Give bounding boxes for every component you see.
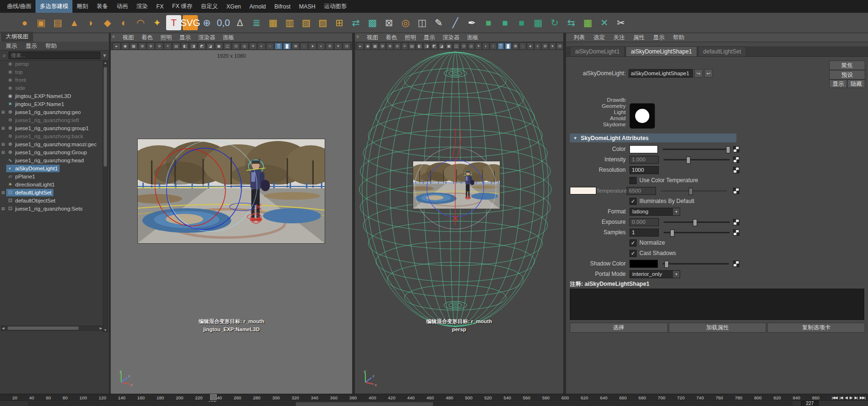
time-tick-label[interactable]: 160 bbox=[137, 395, 145, 400]
time-tick-label[interactable]: 360 bbox=[330, 395, 337, 400]
ae-node-tab[interactable]: aiSkyDomeLightShape1 bbox=[626, 46, 697, 56]
shelf-tool-icon[interactable]: ▨ bbox=[315, 15, 330, 30]
exposure-field[interactable]: 0.000 bbox=[629, 218, 659, 226]
panel-pin-icon[interactable]: ≡ bbox=[112, 34, 115, 39]
shelf-tool-icon[interactable]: ✦ bbox=[150, 15, 165, 30]
viewport-menu-item[interactable]: 照明 bbox=[157, 33, 175, 42]
expand-toggle-icon[interactable]: ⊞ bbox=[0, 126, 6, 131]
menu-item[interactable]: 多边形建模 bbox=[35, 0, 72, 13]
time-tick-label[interactable]: 340 bbox=[311, 395, 319, 400]
time-tick-label[interactable]: 400 bbox=[369, 395, 376, 400]
pin-node-icon[interactable]: ↩ bbox=[704, 69, 713, 78]
time-tick-label[interactable]: 480 bbox=[446, 395, 453, 400]
viewport1-canvas[interactable]: 1920 x 1080 编辑混合变形目标: r_mouth jingtou_EX… bbox=[111, 50, 352, 394]
swap-node-icon[interactable]: ↪ bbox=[694, 69, 703, 78]
menu-item[interactable]: 自定义 bbox=[196, 0, 222, 13]
outliner-title-tab[interactable]: 大纲视图 bbox=[1, 32, 33, 42]
ae-menu-item[interactable]: 关注 bbox=[610, 33, 629, 42]
outliner-row[interactable]: ◉ front bbox=[0, 76, 103, 84]
viewport-toolbar-icon[interactable]: ◐ bbox=[257, 43, 266, 50]
shelf-tool-icon[interactable]: ✎ bbox=[431, 15, 446, 30]
range-slider-thumb[interactable] bbox=[296, 402, 433, 406]
shelf-tool-icon[interactable]: ▲ bbox=[67, 15, 82, 30]
outliner-row[interactable]: ✳ jingtou_EXP:Name1 bbox=[0, 100, 103, 108]
viewport-toolbar-icon[interactable]: ⊡ bbox=[232, 43, 240, 50]
outliner-row[interactable]: ⊕ juese1_rig_quanzhong:left bbox=[0, 116, 103, 124]
viewport-toolbar-icon[interactable]: ⊞ bbox=[138, 43, 146, 50]
shadow-color-slider[interactable] bbox=[663, 263, 729, 265]
viewport-toolbar-icon[interactable]: ▓ bbox=[505, 43, 512, 50]
outliner-row[interactable]: ◐ aiSkyDomeLight1 bbox=[0, 164, 103, 172]
time-tick-label[interactable]: 140 bbox=[118, 395, 125, 400]
viewport-toolbar-icon[interactable]: ⊞ bbox=[379, 43, 386, 50]
menu-item[interactable]: 雕刻 bbox=[72, 0, 92, 13]
intensity-map-button[interactable] bbox=[733, 157, 739, 163]
playback-button[interactable]: ◀ bbox=[844, 396, 848, 400]
resolution-field[interactable]: 1000 bbox=[629, 166, 659, 174]
outliner-row[interactable]: ⊕ juese1_rig_quanzhong:back bbox=[0, 132, 103, 140]
viewport-menu-item[interactable]: 着色 bbox=[382, 33, 400, 42]
scroll-down-icon[interactable]: ▼ bbox=[103, 328, 107, 332]
viewport-toolbar-icon[interactable]: ◪ bbox=[206, 43, 214, 50]
time-tick-label[interactable]: 580 bbox=[542, 395, 549, 400]
viewport-toolbar-icon[interactable]: ▣ bbox=[445, 43, 452, 50]
time-tick-label[interactable]: 700 bbox=[658, 395, 665, 400]
outliner-menu-item[interactable]: 帮助 bbox=[42, 42, 61, 51]
viewport-toolbar-icon[interactable]: ◉ bbox=[364, 43, 372, 50]
shelf-tool-icon[interactable]: SVG bbox=[183, 15, 198, 30]
viewport-toolbar-icon[interactable]: ◗ bbox=[317, 43, 325, 50]
presets-button[interactable]: 预设 bbox=[829, 70, 865, 79]
viewport-toolbar-icon[interactable]: ⊘ bbox=[394, 43, 401, 50]
shelf-tool-icon[interactable]: ▣ bbox=[34, 15, 49, 30]
shelf-tool-icon[interactable]: ╱ bbox=[448, 15, 463, 30]
viewport-menu-item[interactable]: 着色 bbox=[138, 33, 156, 42]
viewport-toolbar-icon[interactable]: ◫ bbox=[453, 43, 460, 50]
shelf-tool-icon[interactable]: ▦ bbox=[266, 15, 281, 30]
focus-button[interactable]: 聚焦 bbox=[829, 61, 865, 70]
viewport-toolbar-icon[interactable]: ◩ bbox=[431, 43, 438, 50]
time-tick-label[interactable]: 720 bbox=[677, 395, 685, 400]
viewport-toolbar-icon[interactable]: ◉ bbox=[121, 43, 129, 50]
time-tick-label[interactable]: 120 bbox=[99, 395, 106, 400]
shadow-color-map-button[interactable] bbox=[733, 261, 739, 267]
time-tick-label[interactable]: 200 bbox=[176, 395, 183, 400]
shelf-tool-icon[interactable]: ⇆ bbox=[564, 15, 579, 30]
shelf-tool-icon[interactable]: ◗ bbox=[83, 15, 98, 30]
viewport-toolbar-icon[interactable]: ▣ bbox=[215, 43, 223, 50]
ae-menu-item[interactable]: 选定 bbox=[590, 33, 609, 42]
shelf-tool-icon[interactable]: ▧ bbox=[299, 15, 314, 30]
menu-item[interactable]: FX 缓存 bbox=[168, 0, 197, 13]
intensity-field[interactable]: 1.000 bbox=[629, 156, 659, 164]
viewport-toolbar-icon[interactable]: ● bbox=[309, 43, 317, 50]
viewport-toolbar-icon[interactable]: ☀ bbox=[249, 43, 257, 50]
section-skydomelight-attributes[interactable]: ▼ SkyDomeLight Attributes bbox=[570, 133, 736, 142]
playback-button[interactable]: |◀ bbox=[839, 396, 843, 400]
expand-toggle-icon[interactable]: ⊞ bbox=[0, 190, 6, 195]
image-plane[interactable] bbox=[137, 139, 325, 244]
viewport-toolbar-icon[interactable]: ⊡ bbox=[461, 43, 468, 50]
time-tick-label[interactable]: 20 bbox=[12, 395, 18, 400]
viewport-toolbar-icon[interactable]: ⊟ bbox=[556, 43, 563, 50]
viewport-toolbar-icon[interactable]: ⊚ bbox=[541, 43, 549, 50]
viewport-menu-item[interactable]: 渲染器 bbox=[439, 33, 463, 42]
shelf-tool-icon[interactable]: ▩ bbox=[365, 15, 380, 30]
shelf-tool-icon[interactable]: ▥ bbox=[282, 15, 297, 30]
color-slider[interactable] bbox=[663, 149, 729, 150]
samples-map-button[interactable] bbox=[733, 229, 739, 236]
viewport-toolbar-icon[interactable]: ⊕ bbox=[386, 43, 393, 50]
outliner-row[interactable]: ◉ persp bbox=[0, 60, 103, 68]
shelf-tool-icon[interactable]: ◎ bbox=[398, 15, 413, 30]
viewport-toolbar-icon[interactable]: ▒ bbox=[497, 43, 505, 50]
section-collapse-icon[interactable]: ▼ bbox=[570, 136, 581, 141]
viewport-toolbar-icon[interactable]: ◐ bbox=[482, 43, 489, 50]
viewport-toolbar-icon[interactable]: ▦ bbox=[372, 43, 379, 50]
time-tick-label[interactable]: 760 bbox=[716, 395, 723, 400]
time-tick-label[interactable]: 860 bbox=[812, 395, 820, 400]
viewport-toolbar-icon[interactable]: ▾ bbox=[334, 43, 342, 50]
viewport-toolbar-icon[interactable]: ◩ bbox=[198, 43, 206, 50]
ae-menu-item[interactable]: 列表 bbox=[570, 33, 589, 42]
viewport-toolbar-icon[interactable]: ▤ bbox=[172, 43, 180, 50]
menu-item[interactable]: MASH bbox=[295, 1, 320, 12]
viewport-toolbar-icon[interactable]: ▤ bbox=[408, 43, 416, 50]
temperature-map-button[interactable] bbox=[733, 188, 739, 194]
